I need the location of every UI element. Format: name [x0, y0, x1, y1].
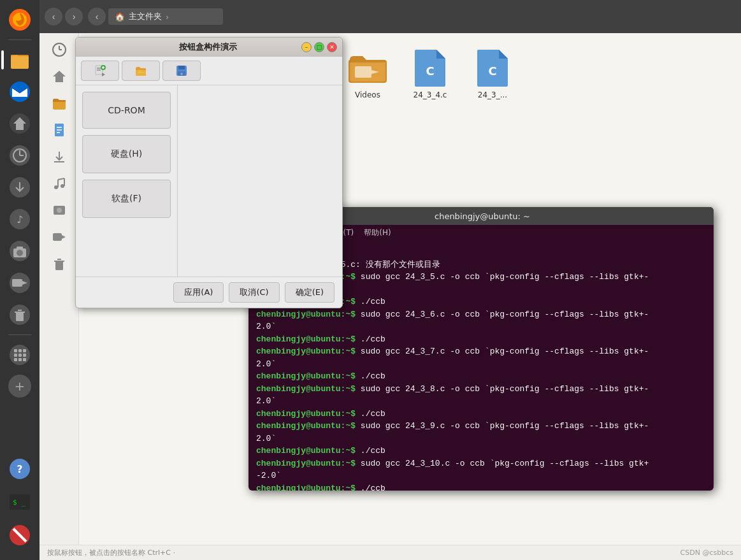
address-bar[interactable]: 🏠 主文件夹 ›: [108, 8, 223, 25]
svg-text:$ _: $ _: [13, 498, 25, 506]
hard-disk-button[interactable]: 硬盘(H): [82, 135, 171, 173]
fm-sidebar-music[interactable]: [48, 172, 71, 195]
dialog-apply-button[interactable]: 应用(A): [173, 282, 224, 303]
fm-sidebar-docs[interactable]: [48, 118, 71, 141]
taskbar-icon-files[interactable]: [5, 45, 34, 75]
svg-text:?: ?: [17, 463, 22, 475]
dialog-close-button[interactable]: ✕: [327, 42, 337, 52]
taskbar-icon-appgrid[interactable]: [5, 340, 34, 370]
svg-line-53: [58, 178, 64, 180]
svg-rect-28: [14, 354, 17, 357]
fm-sidebar-home[interactable]: [48, 65, 71, 88]
dialog-toolbar-btn-save[interactable]: [162, 61, 201, 81]
terminal-line-13: chenbingjy@ubuntu:~$ sudo gcc 24_3_10.c …: [256, 457, 706, 470]
dialog-window: 按钮盒构件演示 – □ ✕: [75, 37, 343, 308]
taskbar-icon-video[interactable]: [5, 268, 34, 298]
fm-sidebar-downloads[interactable]: [48, 145, 71, 168]
fm-sidebar-trash[interactable]: [48, 252, 71, 275]
terminal-line-10: chenbingjy@ubuntu:~$ ./ccb: [256, 408, 706, 420]
back-button[interactable]: ‹: [45, 8, 62, 25]
file-label-videos: Videos: [355, 90, 380, 101]
svg-rect-27: [23, 349, 26, 352]
svg-rect-56: [53, 233, 62, 241]
bottom-status-bar: 按鼠标按钮，被点击的按钮名称 Ctrl+C · CSDN @csbbcs: [40, 545, 741, 560]
terminal-line-9b: 2.0`: [256, 395, 706, 408]
svg-marker-57: [62, 235, 66, 239]
file-label-24_3_4: 24_3_4.c: [414, 90, 447, 101]
svg-rect-31: [14, 358, 17, 361]
svg-rect-25: [14, 349, 17, 352]
bottom-right-text: CSDN @csbbcs: [680, 549, 733, 557]
svg-rect-3: [11, 56, 29, 69]
dialog-maximize-button[interactable]: □: [314, 42, 324, 52]
taskbar-separator-2: [8, 334, 31, 335]
file-label-24_3_x: 24_3_...: [478, 90, 507, 101]
fm-sidebar-folders[interactable]: [48, 92, 71, 115]
forward-button[interactable]: ›: [65, 8, 83, 25]
terminal-line-6: chenbingjy@ubuntu:~$ ./ccb: [256, 333, 706, 346]
fm-sidebar-photos[interactable]: [48, 199, 71, 222]
taskbar-separator-1: [8, 39, 31, 40]
dialog-toolbar-btn-new[interactable]: [81, 61, 119, 81]
taskbar-icon-help[interactable]: ?: [5, 454, 34, 484]
dialog-left-panel: CD-ROM 硬盘(H) 软盘(F): [76, 85, 178, 276]
taskbar-icon-trash[interactable]: [5, 300, 34, 329]
terminal-line-11b: 2.0`: [256, 433, 706, 445]
dialog-ok-button[interactable]: 确定(E): [285, 282, 335, 303]
fm-sidebar-recent[interactable]: [48, 38, 71, 61]
dialog-title: 按钮盒构件演示: [114, 41, 301, 53]
bottom-status-text: 按鼠标按钮，被点击的按钮名称 Ctrl+C ·: [47, 548, 175, 557]
taskbar-icon-home[interactable]: [5, 109, 34, 138]
terminal-line-11: chenbingjy@ubuntu:~$ sudo gcc 24_3_9.c -…: [256, 420, 706, 433]
dialog-toolbar: [76, 57, 342, 85]
terminal-line-8: chenbingjy@ubuntu:~$ ./ccb: [256, 370, 706, 383]
taskbar-icon-camera[interactable]: [5, 236, 34, 266]
svg-point-55: [57, 208, 62, 213]
chevron-right-icon: ›: [166, 12, 169, 22]
taskbar-icon-blocked[interactable]: [5, 521, 34, 550]
taskbar-icon-music[interactable]: ♪: [5, 205, 34, 234]
terminal-line-7: chenbingjy@ubuntu:~$ sudo gcc 24_3_7.c -…: [256, 345, 706, 358]
dialog-controls: – □ ✕: [301, 42, 337, 52]
svg-marker-77: [102, 73, 105, 76]
fm-sidebar: [40, 33, 79, 560]
taskbar-icon-recent[interactable]: [5, 141, 34, 170]
svg-rect-30: [23, 354, 26, 357]
taskbar: ♪: [0, 0, 40, 560]
floppy-button[interactable]: 软盘(F): [82, 180, 171, 218]
fm-sidebar-videos[interactable]: [48, 226, 71, 248]
cd-rom-button[interactable]: CD-ROM: [82, 92, 171, 129]
taskbar-add-btn[interactable]: +: [8, 375, 31, 398]
terminal-menu-help[interactable]: 帮助(H): [364, 226, 391, 240]
c-file-icon-24_3_x: C: [472, 47, 513, 88]
svg-rect-70: [355, 66, 371, 78]
dialog-right-panel: [178, 85, 342, 276]
terminal-line-14: chenbingjy@ubuntu:~$ ./ccb: [256, 482, 706, 491]
svg-text:♪: ♪: [17, 213, 23, 226]
svg-rect-16: [17, 247, 23, 249]
svg-rect-58: [55, 261, 63, 270]
file-item-24_3_x[interactable]: C 24_3_...: [464, 43, 521, 104]
address-text: 主文件夹: [129, 11, 162, 22]
dialog-minimize-button[interactable]: –: [301, 42, 312, 52]
dialog-cancel-button[interactable]: 取消(C): [229, 282, 279, 303]
up-button[interactable]: ‹: [88, 8, 106, 25]
terminal-title: chenbingjy@ubuntu: ~: [291, 212, 674, 221]
svg-rect-83: [178, 66, 185, 69]
taskbar-icon-download[interactable]: [5, 173, 34, 202]
svg-text:C: C: [488, 64, 496, 78]
svg-rect-29: [18, 354, 22, 357]
file-item-videos[interactable]: Videos: [339, 43, 396, 104]
dialog-body: CD-ROM 硬盘(H) 软盘(F): [76, 85, 342, 276]
file-item-24_3_4[interactable]: C 24_3_4.c: [401, 43, 459, 104]
taskbar-icon-firefox[interactable]: [5, 5, 34, 34]
svg-rect-26: [18, 349, 22, 352]
svg-rect-32: [18, 358, 22, 361]
folder-icon-videos: [347, 47, 388, 88]
taskbar-icon-terminal[interactable]: $ _: [5, 487, 34, 517]
taskbar-icon-mail[interactable]: [5, 77, 34, 106]
home-icon: 🏠: [115, 12, 125, 22]
dialog-toolbar-btn-open[interactable]: [122, 61, 160, 81]
svg-rect-18: [12, 279, 22, 287]
c-file-icon-24_3_4: C: [410, 47, 450, 88]
